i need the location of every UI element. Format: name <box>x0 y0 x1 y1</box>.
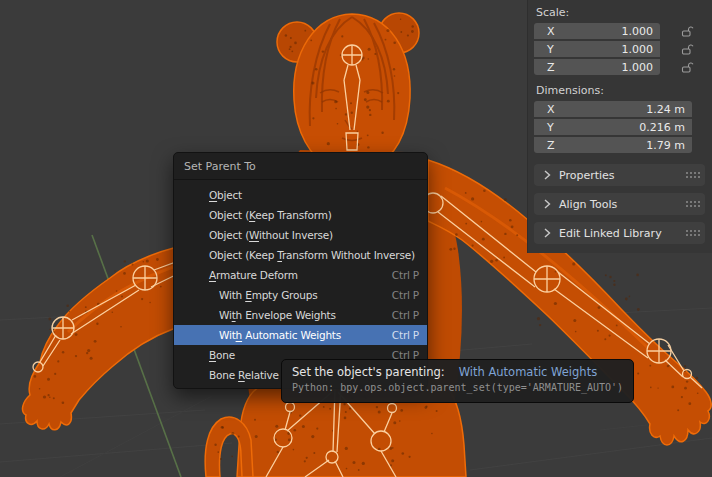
axis-label: Y <box>547 121 554 134</box>
chevron-right-icon <box>543 199 551 209</box>
lock-toggle[interactable] <box>681 25 694 38</box>
dimension-row-x: X1.24 m <box>534 101 692 117</box>
scale-fields: X1.000Y1.000Z1.000 <box>534 23 705 75</box>
unlock-icon <box>681 25 694 38</box>
menu-item-label: With Empty Groups <box>174 289 317 301</box>
shortcut-label: Ctrl P <box>392 269 427 281</box>
shortcut-label: Ctrl P <box>392 309 427 321</box>
menu-item-label: Object (Keep Transform Without Inverse) <box>174 249 415 261</box>
lock-toggle[interactable] <box>681 43 694 56</box>
dimension-value: 1.79 m <box>646 139 685 152</box>
menu-item-with-envelope-weights[interactable]: With Envelope WeightsCtrl P <box>174 305 427 325</box>
menu-item-with-empty-groups[interactable]: With Empty GroupsCtrl P <box>174 285 427 305</box>
unlock-icon <box>681 43 694 56</box>
scale-row-y: Y1.000 <box>534 41 705 57</box>
menu-item-label: Bone <box>174 349 235 361</box>
menu-item-object-without-inverse[interactable]: Object (Without Inverse) <box>174 225 427 245</box>
context-menu-title: Set Parent To <box>174 153 427 180</box>
unlock-icon <box>681 61 694 74</box>
scale-z-field[interactable]: Z1.000 <box>534 59 660 75</box>
panel-grip-icon[interactable] <box>686 230 688 232</box>
menu-item-label: With Automatic Weights <box>174 329 341 341</box>
menu-item-object-keep-transform[interactable]: Object (Keep Transform) <box>174 205 427 225</box>
axis-label: Z <box>547 139 555 152</box>
shortcut-label: Ctrl P <box>392 329 427 341</box>
tooltip-description: Set the object's parenting: <box>292 365 445 379</box>
panel-header-edit-linked-library[interactable]: Edit Linked Library <box>534 222 705 244</box>
dimension-value: 0.216 m <box>639 121 685 134</box>
operator-tooltip: Set the object's parenting: With Automat… <box>281 359 634 403</box>
dimension-x-field[interactable]: X1.24 m <box>534 101 692 117</box>
scale-row-z: Z1.000 <box>534 59 705 75</box>
dimensions-label: Dimensions: <box>536 84 705 98</box>
shortcut-label: Ctrl P <box>392 289 427 301</box>
axis-label: Z <box>547 61 555 74</box>
dimension-fields: X1.24 mY0.216 mZ1.79 m <box>534 101 692 153</box>
tooltip-python-command: Python: bpy.ops.object.parent_set(type='… <box>292 382 623 393</box>
menu-item-label: Object (Without Inverse) <box>174 229 333 241</box>
dimension-z-field[interactable]: Z1.79 m <box>534 137 692 153</box>
axis-label: Y <box>547 43 554 56</box>
dimension-row-z: Z1.79 m <box>534 137 692 153</box>
scale-x-field[interactable]: X1.000 <box>534 23 660 39</box>
menu-item-armature-deform[interactable]: Armature DeformCtrl P <box>174 265 427 285</box>
sidebar-n-panel: Scale: X1.000Y1.000Z1.000 Dimensions: X1… <box>527 0 712 253</box>
menu-item-label: Object <box>174 189 242 201</box>
panel-grip-icon[interactable] <box>686 201 688 203</box>
collapsed-panels: PropertiesAlign ToolsEdit Linked Library <box>534 164 705 244</box>
scale-label: Scale: <box>536 6 705 20</box>
panel-header-align-tools[interactable]: Align Tools <box>534 193 705 215</box>
blender-window: Scale: X1.000Y1.000Z1.000 Dimensions: X1… <box>0 0 712 477</box>
chevron-right-icon <box>543 170 551 180</box>
panel-grip-icon[interactable] <box>686 172 688 174</box>
menu-item-label: With Envelope Weights <box>174 309 336 321</box>
scale-row-x: X1.000 <box>534 23 705 39</box>
scale-value: 1.000 <box>622 61 654 74</box>
chevron-right-icon <box>543 199 551 209</box>
context-menu-items: ObjectObject (Keep Transform)Object (Wit… <box>174 180 427 385</box>
panel-header-properties[interactable]: Properties <box>534 164 705 186</box>
dimension-row-y: Y0.216 m <box>534 119 692 135</box>
lock-toggle[interactable] <box>681 61 694 74</box>
axis-label: X <box>547 25 555 38</box>
chevron-right-icon <box>543 228 551 238</box>
scale-y-field[interactable]: Y1.000 <box>534 41 660 57</box>
menu-item-label: Bone Relative <box>174 369 279 381</box>
menu-item-label: Armature Deform <box>174 269 298 281</box>
panel-label: Align Tools <box>559 198 617 211</box>
set-parent-context-menu: Set Parent To ObjectObject (Keep Transfo… <box>173 152 428 389</box>
chevron-right-icon <box>543 170 551 180</box>
menu-item-object[interactable]: Object <box>174 185 427 205</box>
scale-value: 1.000 <box>622 25 654 38</box>
axis-label: X <box>547 103 555 116</box>
chevron-right-icon <box>543 228 551 238</box>
tooltip-option-value: With Automatic Weights <box>459 365 597 379</box>
panel-label: Properties <box>559 169 615 182</box>
scale-value: 1.000 <box>622 43 654 56</box>
menu-item-label: Object (Keep Transform) <box>174 209 332 221</box>
menu-item-with-automatic-weights[interactable]: With Automatic WeightsCtrl P <box>174 325 427 345</box>
dimension-y-field[interactable]: Y0.216 m <box>534 119 692 135</box>
dimension-value: 1.24 m <box>646 103 685 116</box>
menu-item-object-keep-transform-without-inverse[interactable]: Object (Keep Transform Without Inverse) <box>174 245 427 265</box>
panel-label: Edit Linked Library <box>559 227 662 240</box>
